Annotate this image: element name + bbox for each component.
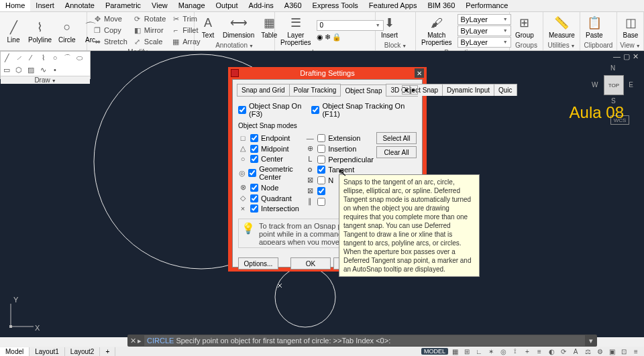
ok-button[interactable]: OK (290, 257, 331, 270)
move-button[interactable]: ✥Move (91, 13, 129, 24)
osnap-right-0[interactable]: —Extension (305, 134, 374, 142)
osnap-on-check[interactable]: Object Snap On (F3) (238, 102, 311, 118)
status-tab-layout2[interactable]: Layout2 (65, 347, 101, 356)
pal-point-icon[interactable]: • (50, 65, 60, 74)
viewcube[interactable]: N W E S TOP (593, 64, 633, 105)
tab-scroll-left[interactable]: ◄ (402, 85, 410, 95)
pal-circle-icon[interactable]: ○ (50, 53, 60, 62)
layer-icon-2[interactable]: ❄ (325, 33, 331, 42)
status-snap-icon[interactable]: ⊞ (462, 347, 472, 355)
status-menu-icon[interactable]: ≡ (631, 347, 641, 355)
osnap-track-check[interactable]: Object Snap Tracking On (F11) (311, 102, 417, 118)
osnap-right-1[interactable]: ⊕Insertion (305, 144, 374, 153)
pal-pline-icon[interactable]: ⌇ (38, 53, 48, 62)
menu-tab-home[interactable]: Home (0, 0, 30, 11)
menu-tab-bim360[interactable]: BIM 360 (422, 0, 460, 11)
viewcube-top[interactable]: TOP (604, 75, 624, 95)
pal-spline-icon[interactable]: ∿ (38, 65, 48, 74)
pal-hatch-icon[interactable]: ▨ (26, 65, 36, 74)
menu-tab-performance[interactable]: Performance (460, 0, 513, 11)
command-text[interactable]: CIRCLE Specify point on object for first… (144, 335, 585, 346)
doc-restore-icon[interactable]: ▢ (623, 52, 630, 61)
tab-quick[interactable]: Quic (494, 84, 517, 96)
status-polar-icon[interactable]: ✶ (486, 347, 496, 355)
tab-polar[interactable]: Polar Tracking (289, 84, 341, 96)
status-ortho-icon[interactable]: ∟ (474, 347, 484, 355)
tab-scroll-right[interactable]: ► (410, 85, 418, 95)
doc-minimize-icon[interactable]: — (613, 52, 621, 61)
menu-tab-annotate[interactable]: Annotate (60, 0, 100, 11)
menu-tab-output[interactable]: Output (211, 0, 244, 11)
lineweight-combo[interactable]: ByLayer (458, 37, 511, 48)
status-tab-layout1[interactable]: Layout1 (30, 347, 65, 356)
draw-palette-label[interactable]: Draw (1, 76, 90, 84)
pal-rectangle-icon[interactable]: ▭ (2, 65, 11, 74)
doc-close-icon[interactable]: ✕ (633, 52, 639, 61)
tab-dyninput[interactable]: Dynamic Input (442, 84, 494, 96)
osnap-right-2[interactable]: ᒪPerpendicular (305, 155, 374, 164)
color-combo[interactable]: ByLayer (458, 14, 511, 25)
menu-tab-addins[interactable]: Add-ins (244, 0, 279, 11)
status-trans-icon[interactable]: ◐ (546, 347, 557, 355)
circle-button[interactable]: ○Circle (56, 18, 78, 45)
layer-icon-3[interactable]: 🔒 (332, 33, 341, 42)
measure-button[interactable]: 📏Measure (546, 13, 578, 40)
annotation-panel-label[interactable]: Annotation (197, 40, 272, 49)
osnap-left-2[interactable]: ○Center (238, 155, 305, 163)
viewcube-e[interactable]: E (629, 81, 633, 88)
pal-arc-icon[interactable]: ⌒ (62, 53, 72, 62)
menu-tab-view[interactable]: View (146, 0, 173, 11)
status-tab-add[interactable]: + (100, 347, 115, 356)
osnap-left-6[interactable]: ×Intersection (238, 204, 305, 213)
status-clean-icon[interactable]: ⊡ (619, 347, 629, 355)
pal-ellipse-icon[interactable]: ⬭ (74, 53, 84, 62)
utilities-panel-label[interactable]: Utilities (546, 40, 577, 49)
paste-button[interactable]: 📋Paste (583, 13, 606, 40)
options-button[interactable]: Options... (238, 257, 278, 270)
osnap-left-4[interactable]: ⊗Node (238, 183, 305, 192)
status-osnap-icon[interactable]: ◎ (498, 347, 508, 355)
pal-polygon-icon[interactable]: ⬡ (14, 65, 23, 74)
menu-tab-a360[interactable]: A360 (279, 0, 307, 11)
polyline-button[interactable]: ⌇Polyline (25, 18, 54, 45)
tab-osnap[interactable]: Object Snap (340, 84, 386, 97)
tab-snap-grid[interactable]: Snap and Grid (237, 84, 290, 96)
status-tab-model[interactable]: Model (0, 347, 30, 356)
status-cycle-icon[interactable]: ⟳ (558, 347, 569, 355)
menu-tab-manage[interactable]: Manage (173, 0, 211, 11)
insert-button[interactable]: ⬇Insert (378, 13, 400, 40)
layer-properties-button[interactable]: ☰Layer Properties (278, 13, 314, 48)
menu-tab-insert[interactable]: Insert (30, 0, 60, 11)
pal-xline-icon[interactable]: ∕ (26, 53, 36, 62)
menu-tab-parametric[interactable]: Parametric (100, 0, 146, 11)
mirror-button[interactable]: ◧Mirror (131, 25, 167, 36)
scale-button[interactable]: ⤢Scale (131, 36, 167, 47)
viewcube-w[interactable]: W (592, 81, 598, 88)
status-max-icon[interactable]: ▣ (606, 347, 617, 355)
base-view-button[interactable]: ◫Base (620, 13, 641, 40)
block-panel-label[interactable]: Block (378, 40, 413, 49)
cmd-expand-icon[interactable]: ▸ (138, 337, 142, 345)
status-grid-icon[interactable]: ▦ (449, 347, 460, 355)
cmd-close-icon[interactable]: ✕ (130, 337, 136, 345)
osnap-left-3[interactable]: ◎Geometric Center (238, 165, 305, 181)
status-model-badge[interactable]: MODEL (421, 348, 448, 355)
cmd-dropdown-icon[interactable]: ▾ (585, 337, 597, 345)
menu-tab-featured[interactable]: Featured Apps (364, 0, 423, 11)
viewcube-n[interactable]: N (610, 64, 615, 72)
clear-all-button[interactable]: Clear All (376, 146, 417, 158)
copy-button[interactable]: ❐Copy (91, 25, 129, 36)
status-scale-icon[interactable]: ⚖ (582, 347, 593, 355)
match-properties-button[interactable]: 🖌Match Properties (419, 13, 455, 48)
line-button[interactable]: ╱Line (3, 18, 24, 45)
pal-line-icon[interactable]: ╱ (2, 53, 11, 62)
select-all-button[interactable]: Select All (376, 132, 417, 144)
rotate-button[interactable]: ⟳Rotate (131, 13, 167, 24)
status-dyn-icon[interactable]: + (522, 347, 533, 355)
osnap-left-0[interactable]: □Endpoint (238, 134, 305, 142)
status-lwt-icon[interactable]: ≡ (534, 347, 545, 355)
view-panel-label[interactable]: View (620, 40, 641, 49)
status-track-icon[interactable]: ⟟ (510, 347, 521, 355)
osnap-left-5[interactable]: ◇Quadrant (238, 194, 305, 202)
dialog-close-button[interactable]: ✕ (415, 68, 424, 78)
